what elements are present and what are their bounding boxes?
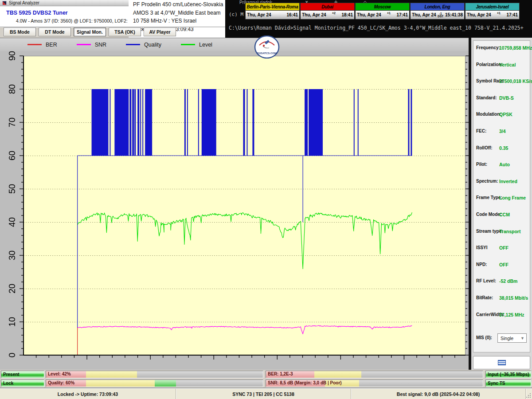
clock-london-eng[interactable]: London, EngThu, Apr 24-1DST15:41:38 (410, 3, 465, 20)
clock-date: Thu, Apr 24 (467, 12, 491, 17)
signal-bar-row-2: Lock Quality: 60% SNR: 8,5 dB (Margin: 3… (0, 379, 532, 387)
legend-swatch (126, 44, 140, 45)
clock-time-row: Thu, Apr 2416:41 (246, 11, 299, 19)
snr-bar: SNR: 8,5 dB (Margin: 3,0 dB | Poor) (266, 379, 483, 387)
command-prompt-window: Príkazový riadok ✕ ✛ ◇ (c) M Berlin-Pari… (225, 0, 532, 38)
level-bar: Level: 42% (46, 371, 263, 378)
quality-bar-label: Quality: 60% (48, 380, 74, 385)
mis-row: MIS (0): Single ▼ (473, 333, 530, 343)
param-value: 3/4 (499, 129, 506, 134)
save-button[interactable] (473, 356, 530, 369)
clock-time-row: Thu, Apr 24+218:41 (301, 11, 354, 19)
console-copyright-fragment: (c) M (229, 12, 243, 17)
param-label: Pilot: (476, 162, 487, 167)
param-row-frame-type: Frame Type:Long Frame (473, 195, 530, 201)
signal-bar-row-1: Present Level: 42% BER: 1,2E-3 Input (~3… (0, 371, 532, 378)
legend-item-ber: BER (27, 42, 57, 48)
resize-grip[interactable] (526, 393, 531, 398)
world-clocks: Berlin-Paris-Vienna-RomaThu, Apr 2416:41… (245, 3, 520, 20)
param-value: QPSK (499, 112, 512, 117)
param-label: Code Mode: (476, 212, 501, 217)
logo-text: DXSATCS.COM (257, 52, 277, 55)
legend-swatch (181, 44, 195, 45)
tab-av-player[interactable]: AV Player (144, 27, 176, 36)
app-icon (2, 1, 7, 5)
input-label: Input (~36,35 Mbps) (488, 372, 529, 377)
save-icon (498, 360, 506, 365)
clock-utc-offset: +1 (387, 12, 391, 15)
param-label: FEC: (476, 129, 486, 133)
clock-jerusalem-israel[interactable]: Jerusalem-IsraelThu, Apr 24+117:41 (465, 3, 520, 20)
legend-label: Quality (144, 42, 161, 48)
param-row-issyi: ISSYIOFF (473, 245, 530, 251)
param-row-fec: FEC:3/4 (473, 129, 530, 135)
present-label: Present (3, 372, 20, 377)
tuner-panel: TBS 5925 DVBS2 Tuner 4.0W - Amos 3/7 (ID… (0, 6, 129, 27)
param-row-pilot: Pilot:Auto (473, 162, 530, 168)
info-line-antenna: PF Prodelin 450 cm/Lučenec-Slovakia (133, 0, 226, 9)
clock-time-row: Thu, Apr 24+117:41 (466, 11, 519, 19)
param-label: Frequency: (476, 45, 500, 50)
clock-utc-offset: +1 (497, 12, 501, 15)
clock-city-label: Dubai (301, 3, 354, 11)
param-value: 27500,018 KS/s (499, 78, 532, 84)
clock-time: 17:41 (396, 12, 408, 17)
clock-time: 16:41 (286, 12, 298, 17)
quality-bar: Quality: 60% (46, 379, 263, 387)
mis-select[interactable]: Single ▼ (497, 333, 527, 343)
status-uptime: Locked -> Uptime: 73:09:43 (0, 389, 176, 399)
input-indicator: Input (~36,35 Mbps) (485, 371, 531, 378)
clock-moscow[interactable]: MoscowThu, Apr 24+117:41 (355, 3, 410, 20)
param-value: CCM (499, 212, 510, 217)
clock-date: Thu, Apr 24 (412, 12, 436, 17)
clock-city-label: Jerusalem-Israel (466, 3, 519, 11)
app-titlebar[interactable]: Signal Analyzer (0, 0, 129, 6)
info-line-satellite: AMOS 3 at 4,0°W_Middle East beam (133, 9, 226, 17)
legend-swatch (27, 44, 42, 45)
param-label: Frame Type: (476, 195, 502, 200)
param-row-frequency: Frequency:10759,858 MHz (473, 45, 530, 51)
clock-dst-offset: -1DST (438, 12, 443, 17)
clock-city-label: Berlin-Paris-Vienna-Roma (246, 3, 299, 11)
param-value: 10759,858 MHz (499, 45, 532, 51)
clock-date: Thu, Apr 24 (247, 12, 271, 17)
console-prompt-line[interactable]: C:\Users\Roman Dávid>Signal Monitoring_P… (229, 25, 524, 31)
param-value: 37,125 MHz (499, 312, 524, 317)
clock-city-label: Moscow (356, 3, 409, 11)
mis-value: Single (501, 336, 513, 341)
tab-bs-mode[interactable]: BS Mode (4, 27, 36, 36)
transponder-parameters-panel: MIS (0): Single ▼ Frequency:10759,858 MH… (473, 40, 530, 352)
param-row-polarization: Polarization:Vertical (473, 62, 530, 68)
param-value: OFF (499, 245, 509, 250)
param-label: BitRate: (476, 295, 493, 300)
param-value: Inverted (499, 179, 517, 184)
tab-signal-mon[interactable]: Signal Mon. (74, 27, 106, 36)
param-value: OFF (499, 262, 509, 267)
dxsatcs-logo: DXSATCS.COM (254, 35, 280, 59)
param-row-spectrum: Spectrum:Inverted (473, 179, 530, 185)
param-value: Long Frame (499, 195, 526, 200)
param-row-rolloff: RollOff:0.35 (473, 145, 530, 152)
param-value: 0.35 (499, 145, 508, 151)
transponder-sidebar: MIS (0): Single ▼ Frequency:10759,858 MH… (471, 38, 532, 370)
clock-city-label: London, Eng (411, 3, 464, 11)
clock-date: Thu, Apr 24 (302, 12, 326, 17)
param-row-modulation: Modulation:QPSK (473, 112, 530, 118)
info-line-frequency: 10 758 MHz-V : YES Israel (133, 17, 226, 25)
clock-date: Thu, Apr 24 (357, 12, 381, 17)
param-label: RollOff: (476, 145, 493, 150)
param-value: Vertical (499, 62, 516, 67)
param-row-stream-type: Stream type:Transport (473, 229, 530, 235)
clock-dubai[interactable]: DubaiThu, Apr 24+218:41 (300, 3, 355, 20)
mode-tabs: BS ModeDT ModeSignal Mon.TSA (OK)AV Play… (0, 27, 225, 38)
tab-dt-mode[interactable]: DT Mode (39, 27, 71, 36)
param-label: Standard: (476, 95, 497, 100)
param-label: Polarization: (476, 62, 503, 67)
clock-utc-offset: +2 (332, 12, 336, 15)
present-indicator: Present (1, 371, 44, 378)
param-label: Spectrum: (476, 179, 498, 184)
tab-tsa-ok[interactable]: TSA (OK) (109, 27, 141, 36)
legend-label: SNR (95, 42, 106, 48)
status-best-signal: Best signal: 9,0 dB (2025-04-22 04:08) (351, 389, 526, 399)
clock-berlin-paris-vienna-roma[interactable]: Berlin-Paris-Vienna-RomaThu, Apr 2416:41 (245, 3, 300, 20)
